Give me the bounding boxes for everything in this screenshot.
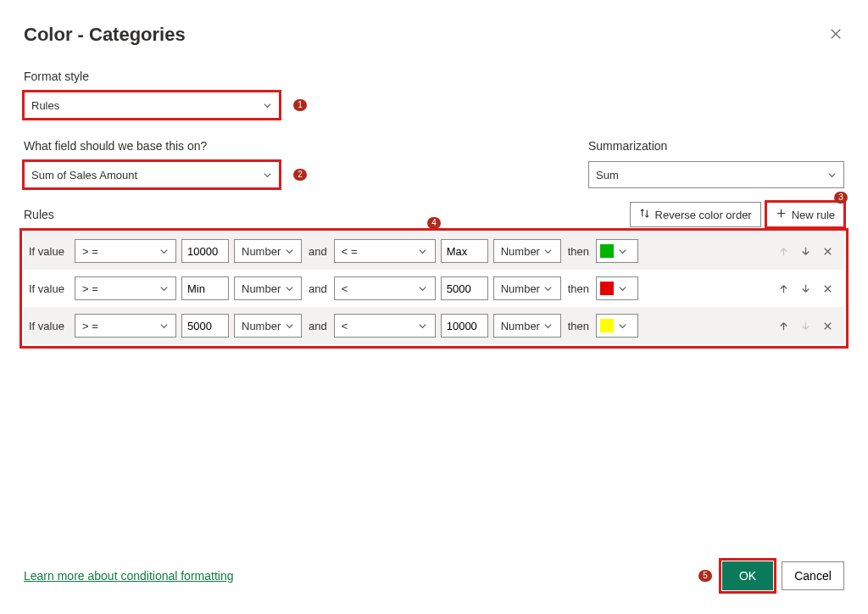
- color-dropdown[interactable]: [596, 239, 638, 263]
- summarization-value: Sum: [596, 169, 619, 181]
- summarization-label: Summarization: [588, 139, 844, 153]
- close-icon[interactable]: [827, 26, 844, 44]
- value-input[interactable]: [441, 276, 488, 300]
- chevron-down-icon: [262, 101, 272, 110]
- operator-value: < =: [342, 245, 358, 258]
- chevron-down-icon: [617, 247, 627, 256]
- chevron-down-icon: [418, 284, 428, 293]
- chevron-down-icon: [418, 247, 428, 256]
- chevron-down-icon: [543, 247, 554, 256]
- and-label: and: [309, 282, 327, 295]
- rules-list: 4 If value > = Number and < = Number the…: [24, 232, 844, 344]
- operator-dropdown[interactable]: > =: [75, 239, 176, 263]
- if-value-label: If value: [29, 245, 70, 258]
- format-style-label: Format style: [24, 70, 844, 83]
- operator-dropdown[interactable]: < =: [334, 239, 436, 263]
- chevron-down-icon: [159, 284, 169, 293]
- operator-value: <: [342, 282, 348, 295]
- reverse-label: Reverse color order: [655, 209, 752, 221]
- then-label: then: [568, 320, 589, 332]
- value-input[interactable]: [181, 314, 229, 338]
- chevron-down-icon: [159, 321, 169, 331]
- type-value: Number: [501, 245, 540, 258]
- delete-row-icon[interactable]: [821, 321, 834, 332]
- operator-dropdown[interactable]: > =: [75, 276, 176, 300]
- operator-dropdown[interactable]: <: [334, 314, 436, 338]
- base-field-dropdown[interactable]: Sum of Sales Amount: [24, 161, 280, 188]
- dialog-title: Color - Categories: [24, 24, 186, 46]
- color-swatch: [600, 244, 614, 258]
- type-value: Number: [242, 245, 281, 258]
- operator-dropdown[interactable]: <: [334, 276, 436, 300]
- learn-more-link[interactable]: Learn more about conditional formatting: [24, 569, 233, 583]
- if-value-label: If value: [29, 282, 70, 295]
- move-down-icon: [798, 321, 812, 332]
- rule-row: If value > = Number and < Number then: [24, 307, 844, 344]
- swap-icon: [639, 208, 650, 221]
- type-value: Number: [501, 282, 540, 295]
- type-dropdown[interactable]: Number: [234, 276, 302, 300]
- value-input[interactable]: [181, 276, 229, 300]
- type-value: Number: [501, 320, 540, 332]
- chevron-down-icon: [284, 247, 294, 256]
- chevron-down-icon: [617, 321, 627, 331]
- value-input[interactable]: [441, 239, 488, 263]
- base-field-label: What field should we base this on?: [24, 139, 280, 153]
- rule-row: If value > = Number and < Number then: [24, 270, 844, 307]
- operator-value: > =: [82, 282, 98, 295]
- badge-1: 1: [293, 99, 307, 111]
- format-style-dropdown[interactable]: Rules: [24, 92, 280, 119]
- delete-row-icon[interactable]: [821, 246, 834, 257]
- reverse-color-order-button[interactable]: Reverse color order: [630, 202, 761, 227]
- type-dropdown[interactable]: Number: [493, 276, 561, 300]
- move-up-icon[interactable]: [776, 283, 790, 294]
- cancel-button[interactable]: Cancel: [782, 561, 844, 590]
- move-up-icon[interactable]: [776, 321, 790, 332]
- if-value-label: If value: [29, 320, 70, 332]
- and-label: and: [309, 245, 327, 258]
- then-label: then: [568, 245, 589, 258]
- operator-value: > =: [82, 320, 98, 332]
- ok-button[interactable]: OK: [722, 561, 773, 590]
- move-up-icon: [776, 246, 790, 257]
- color-swatch: [600, 282, 614, 295]
- summarization-dropdown[interactable]: Sum: [588, 161, 844, 188]
- color-dropdown[interactable]: [596, 314, 638, 338]
- format-style-value: Rules: [31, 99, 59, 112]
- type-value: Number: [242, 282, 281, 295]
- badge-4: 4: [427, 217, 441, 229]
- move-down-icon[interactable]: [798, 246, 812, 257]
- delete-row-icon[interactable]: [821, 283, 834, 294]
- chevron-down-icon: [543, 321, 554, 331]
- operator-value: > =: [82, 245, 98, 258]
- new-rule-button[interactable]: New rule: [766, 202, 844, 227]
- rules-label: Rules: [24, 208, 54, 221]
- chevron-down-icon: [617, 284, 627, 293]
- type-dropdown[interactable]: Number: [493, 239, 561, 263]
- operator-dropdown[interactable]: > =: [75, 314, 176, 338]
- value-input[interactable]: [181, 239, 229, 263]
- chevron-down-icon: [284, 321, 294, 331]
- color-swatch: [600, 319, 614, 332]
- type-dropdown[interactable]: Number: [234, 314, 302, 338]
- type-dropdown[interactable]: Number: [493, 314, 561, 338]
- plus-icon: [776, 208, 787, 221]
- chevron-down-icon: [159, 247, 169, 256]
- value-input[interactable]: [441, 314, 488, 338]
- then-label: then: [568, 282, 589, 295]
- chevron-down-icon: [826, 170, 837, 180]
- new-rule-label: New rule: [792, 209, 835, 221]
- badge-5: 5: [698, 570, 712, 582]
- chevron-down-icon: [284, 284, 294, 293]
- rule-row: If value > = Number and < = Number then: [24, 232, 844, 270]
- chevron-down-icon: [418, 321, 428, 331]
- move-down-icon[interactable]: [798, 283, 812, 294]
- chevron-down-icon: [543, 284, 554, 293]
- operator-value: <: [342, 320, 348, 332]
- dialog-footer: Learn more about conditional formatting …: [24, 561, 844, 590]
- type-dropdown[interactable]: Number: [234, 239, 302, 263]
- type-value: Number: [242, 320, 281, 332]
- color-dropdown[interactable]: [596, 276, 638, 300]
- base-field-value: Sum of Sales Amount: [31, 169, 137, 181]
- dialog-header: Color - Categories: [24, 24, 844, 46]
